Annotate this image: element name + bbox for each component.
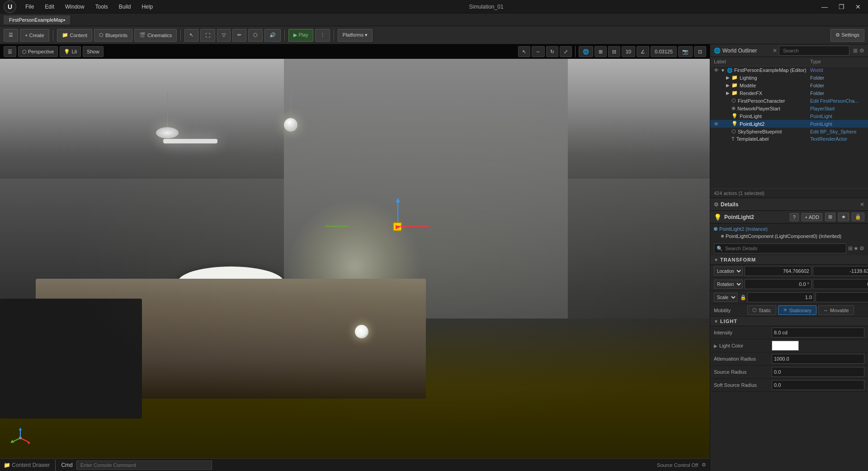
scale-dropdown[interactable]: Scale xyxy=(714,293,737,302)
camera-speed-btn[interactable]: 📷 xyxy=(678,46,693,57)
details-panel-icon: ⚙ xyxy=(714,201,719,208)
intensity-input[interactable] xyxy=(772,328,864,338)
menu-build[interactable]: Build xyxy=(117,4,133,10)
outliner-search[interactable] xyxy=(779,46,849,56)
geometry-tool[interactable]: ⬡ xyxy=(248,29,263,42)
scale-x-input[interactable] xyxy=(747,292,814,302)
platforms-button[interactable]: Platforms ▾ xyxy=(338,29,373,42)
rotate-btn[interactable]: ↻ xyxy=(546,46,558,57)
viewport[interactable]: ☰ ⬡ Perspective 💡 Lit Show ↖ ↔ ↻ ⤢ 🌐 ⊞ ⊟ xyxy=(0,44,710,471)
paint-tool[interactable]: ✏ xyxy=(232,29,246,42)
tree-item-templatelabel[interactable]: 👁 ▶ T TemplateLabel TextRenderActor xyxy=(710,135,868,143)
hamburger-button[interactable]: ☰ xyxy=(4,29,18,42)
perspective-icon: ⬡ xyxy=(22,49,27,55)
rotation-x-input[interactable] xyxy=(745,279,811,289)
location-y-input[interactable] xyxy=(813,266,868,276)
transform-section-header[interactable]: ▼ TRANSFORM xyxy=(710,255,868,265)
scale-btn[interactable]: ⤢ xyxy=(560,46,572,57)
close-button[interactable]: ✕ xyxy=(852,2,864,11)
perspective-button[interactable]: ⬡ Perspective xyxy=(18,46,58,57)
star-button[interactable]: ★ xyxy=(838,213,849,221)
instance-item-main[interactable]: PointLight2 (Instance) xyxy=(714,225,864,233)
details-star-filter[interactable]: ★ xyxy=(854,245,859,252)
map-tab[interactable]: FirstPersonExampleMap• xyxy=(4,15,71,24)
tree-item-root[interactable]: 👁 ▼ 🌐 FirstPersonExampleMap (Editor) Wor… xyxy=(710,67,868,74)
layout-button[interactable]: ⊞ xyxy=(825,213,835,221)
color-expandable[interactable]: ▶ Light Color xyxy=(714,343,768,348)
tree-item-renderfx[interactable]: 👁 ▶ 📁 RenderFX Folder xyxy=(710,89,868,97)
angle-snap-btn[interactable]: ∠ xyxy=(637,46,649,57)
item-label-renderfx: RenderFX xyxy=(740,90,810,96)
add-button[interactable]: + ADD xyxy=(802,213,822,221)
details-search-input[interactable] xyxy=(714,243,846,253)
stationary-btn[interactable]: ☀ Stationary xyxy=(778,305,817,315)
instance-item-component[interactable]: PointLightComponent (LightComponent0) (I… xyxy=(714,233,864,240)
soft-source-input[interactable] xyxy=(772,380,864,390)
blueprints-button[interactable]: ⬡ Blueprints xyxy=(94,29,132,42)
help-button[interactable]: ? xyxy=(790,213,799,221)
tree-item-pointlight2[interactable]: 👁 ▶ 💡 PointLight2 PointLight xyxy=(710,120,868,128)
eye-icon-pointlight2[interactable]: 👁 xyxy=(714,121,719,127)
tree-item-character[interactable]: 👁 ▶ ⬡ FirstPersonCharacter Edit FirstPer… xyxy=(710,97,868,105)
play-button[interactable]: ▶ Play xyxy=(288,29,313,42)
surface-snap-btn[interactable]: ⊞ xyxy=(594,46,607,57)
tree-item-skysphere[interactable]: 👁 ▶ ⬡ SkySphereBlueprint Edit BP_Sky_Sph… xyxy=(710,128,868,135)
static-btn[interactable]: ⬡ Static xyxy=(747,305,776,315)
translate-btn[interactable]: ↔ xyxy=(532,46,545,57)
scale-snap-btn[interactable]: 0.03125 xyxy=(651,46,677,57)
location-x-input[interactable] xyxy=(745,266,811,276)
main-area: ☰ ⬡ Perspective 💡 Lit Show ↖ ↔ ↻ ⤢ 🌐 ⊞ ⊟ xyxy=(0,44,868,471)
details-close-btn[interactable]: ✕ xyxy=(860,201,864,208)
rotation-y-input[interactable] xyxy=(813,279,868,289)
audio-tool[interactable]: 🔊 xyxy=(264,29,281,42)
show-button[interactable]: Show xyxy=(83,46,104,57)
movable-btn[interactable]: ↔ Movable xyxy=(818,305,854,315)
light-section-header[interactable]: ▼ LIGHT xyxy=(710,317,868,326)
tree-item-lighting[interactable]: 👁 ▶ 📁 Lighting Folder xyxy=(710,74,868,81)
scale-lock-icon[interactable]: 🔒 xyxy=(740,295,746,300)
source-radius-input[interactable] xyxy=(772,367,864,377)
tree-item-pointlight1[interactable]: 👁 ▶ 💡 PointLight PointLight xyxy=(710,112,868,120)
menu-tools[interactable]: Tools xyxy=(94,4,110,10)
content-button[interactable]: 📁 Content xyxy=(57,29,93,42)
console-input[interactable] xyxy=(76,461,212,470)
lit-button[interactable]: 💡 Lit xyxy=(60,46,81,57)
lock-button[interactable]: 🔒 xyxy=(852,213,864,221)
maximize-viewport-btn[interactable]: ⊡ xyxy=(694,46,706,57)
grid-size-btn[interactable]: 10 xyxy=(622,46,635,57)
select-mode-btn[interactable]: ↖ xyxy=(518,46,530,57)
menu-edit[interactable]: Edit xyxy=(43,4,56,10)
menu-help[interactable]: Help xyxy=(140,4,155,10)
cinematics-button[interactable]: 🎬 Cinematics xyxy=(134,29,177,42)
outliner-settings-btn[interactable]: ⚙ xyxy=(859,48,864,54)
eye-icon-root[interactable]: 👁 xyxy=(714,67,719,73)
location-dropdown[interactable]: Location xyxy=(714,266,743,276)
select-tool[interactable]: ↖ xyxy=(184,29,198,42)
settings-button[interactable]: ⚙ Settings xyxy=(830,29,864,42)
play-options-button[interactable]: ⋮ xyxy=(315,29,330,42)
viewport-toolbar: ☰ ⬡ Perspective 💡 Lit Show ↖ ↔ ↻ ⤢ 🌐 ⊞ ⊟ xyxy=(0,44,710,59)
details-filter-btn[interactable]: ⊞ xyxy=(848,245,853,252)
content-drawer-btn[interactable]: 📁 Content Drawer xyxy=(4,462,50,468)
snap-tool[interactable]: ⛶ xyxy=(200,29,215,42)
details-settings-btn[interactable]: ⚙ xyxy=(859,245,864,252)
ue-logo[interactable]: U xyxy=(4,0,16,13)
maximize-button[interactable]: ❐ xyxy=(835,2,848,11)
attenuation-input[interactable] xyxy=(772,354,864,364)
menu-file[interactable]: File xyxy=(24,4,36,10)
light-color-swatch[interactable] xyxy=(772,341,799,351)
menu-window[interactable]: Window xyxy=(63,4,86,10)
tree-item-playerstart[interactable]: 👁 ▶ ⊕ NetworkPlayerStart PlayerStart xyxy=(710,105,868,112)
rotation-dropdown[interactable]: Rotation xyxy=(714,280,743,289)
tree-item-modele[interactable]: 👁 ▶ 📁 Modèle Folder xyxy=(710,81,868,89)
outliner-close-btn[interactable]: ✕ xyxy=(773,48,777,54)
world-local-btn[interactable]: 🌐 xyxy=(579,46,593,57)
outliner-filter-btn[interactable]: ⊞ xyxy=(853,48,858,54)
minimize-button[interactable]: — xyxy=(818,2,831,11)
grid-snap-btn[interactable]: ⊟ xyxy=(608,46,620,57)
landscape-tool[interactable]: ▽ xyxy=(217,29,231,42)
scale-y-input[interactable] xyxy=(816,292,868,302)
outliner-icon: 🌐 xyxy=(714,48,721,54)
create-button[interactable]: + Create xyxy=(20,29,49,42)
viewport-options-button[interactable]: ☰ xyxy=(4,46,16,57)
